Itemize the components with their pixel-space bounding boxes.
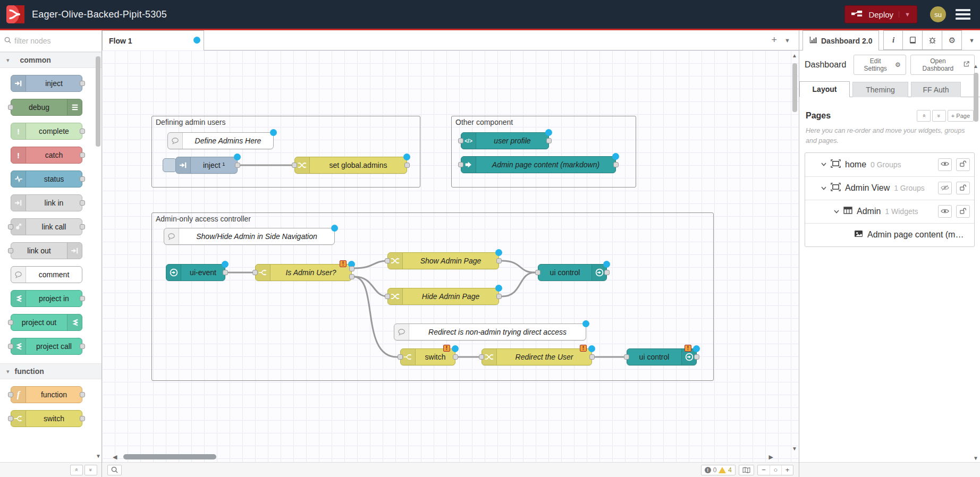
palette-search-input[interactable]	[14, 37, 83, 45]
scroll-up-arrow[interactable]: ▲	[973, 63, 979, 69]
palette-node-comment[interactable]: comment	[11, 266, 82, 283]
node-user-profile[interactable]: </> user profile	[461, 132, 549, 149]
main-menu-button[interactable]	[956, 9, 970, 20]
visibility-toggle-button[interactable]	[938, 205, 952, 218]
scroll-down-arrow[interactable]: ▼	[791, 446, 798, 452]
palette-search[interactable]	[0, 30, 102, 52]
palette-category-function[interactable]: ▾ function	[0, 363, 102, 379]
sidebar-scrollbar[interactable]: ▲ ▼	[973, 52, 979, 461]
add-page-button[interactable]: + Page	[948, 110, 974, 122]
node-admin-page-content[interactable]: Admin page content (markdown)	[461, 156, 616, 173]
palette-node-project-out[interactable]: project out	[11, 314, 82, 331]
node-switch[interactable]: ! switch	[400, 348, 455, 365]
inject-trigger-button[interactable]	[163, 158, 176, 172]
debug-tab-button[interactable]	[923, 30, 942, 50]
page-tree-item-home[interactable]: home 0 Groups	[805, 153, 974, 176]
palette-node-link-out[interactable]: link out	[11, 242, 82, 259]
scroll-up-arrow[interactable]: ▲	[791, 53, 798, 58]
deploy-options-caret[interactable]: ▼	[899, 11, 910, 18]
zoom-reset-button[interactable]: ○	[770, 465, 781, 475]
lock-toggle-button[interactable]	[956, 158, 970, 171]
palette-node-link-in[interactable]: link in	[11, 194, 82, 211]
tab-theming[interactable]: Theming	[852, 82, 908, 97]
palette-collapse-all-button[interactable]: »	[70, 465, 83, 475]
node-inject[interactable]: inject ¹	[175, 157, 238, 174]
sidebar-tabs-caret[interactable]: ▼	[964, 30, 980, 50]
info-tab-button[interactable]: i	[883, 30, 903, 50]
node-set-global-admins[interactable]: set global.admins	[294, 157, 407, 174]
gear-settings-tab-button[interactable]: ⚙	[942, 30, 962, 50]
chevron-down-icon[interactable]	[834, 210, 839, 214]
sidebar-scrollbar-thumb[interactable]	[974, 73, 978, 122]
chevron-down-icon[interactable]	[821, 163, 826, 166]
toggle-navigator-button[interactable]	[739, 465, 754, 475]
palette-node-catch[interactable]: ! catch	[11, 147, 82, 164]
tab-layout[interactable]: Layout	[799, 81, 850, 97]
comment-node-define-admins-here[interactable]: Define Admins Here	[167, 132, 274, 149]
open-dashboard-button[interactable]: Open Dashboard	[910, 55, 975, 75]
comment-node-redirect-non-admin[interactable]: Redirect is non-admin trying direct acce…	[394, 323, 586, 340]
visibility-toggle-button[interactable]	[938, 182, 952, 194]
help-tab-button[interactable]	[903, 30, 923, 50]
palette-expand-all-button[interactable]: »	[85, 465, 97, 475]
tab-flow-1[interactable]: Flow 1	[102, 30, 204, 50]
group-defining-admin-users[interactable]: Defining admin users	[151, 116, 420, 188]
tab-ff-auth[interactable]: FF Auth	[911, 82, 961, 97]
node-ui-control-1[interactable]: ui control	[538, 264, 607, 281]
circle-arrow-icon	[166, 265, 181, 280]
scroll-right-arrow[interactable]: ▶	[769, 454, 773, 461]
link-call-icon	[11, 219, 26, 235]
add-flow-button[interactable]: +	[772, 35, 778, 46]
zoom-out-button[interactable]: −	[758, 465, 770, 475]
user-avatar[interactable]: su	[930, 6, 946, 22]
palette-footer: » »	[0, 462, 102, 477]
lock-toggle-button[interactable]	[956, 205, 970, 218]
palette-node-project-call[interactable]: project call	[11, 338, 82, 355]
group-other-component[interactable]: Other component	[451, 116, 636, 188]
node-ui-event[interactable]: ui-event	[166, 264, 225, 281]
exclamation-icon: !	[11, 147, 26, 163]
node-hide-admin-page[interactable]: Hide Admin Page	[387, 288, 499, 305]
page-tree-item-admin-view[interactable]: Admin View 1 Groups	[805, 176, 974, 200]
palette-node-debug[interactable]: debug	[11, 99, 82, 116]
deploy-button[interactable]: Deploy ▼	[844, 5, 917, 23]
collapse-all-pages-button[interactable]: »	[917, 110, 931, 122]
comment-node-show-hide-admin[interactable]: Show/Hide Admin in Side Navigation	[164, 228, 335, 245]
zoom-in-button[interactable]: +	[781, 465, 793, 475]
widget-tree-item-admin-page-content[interactable]: Admin page content (m…	[805, 223, 974, 246]
palette-category-common[interactable]: ▾ common	[0, 52, 102, 68]
horizontal-scrollbar-thumb[interactable]	[123, 454, 216, 459]
scroll-left-arrow[interactable]: ◀	[113, 454, 117, 461]
canvas-vertical-scrollbar[interactable]: ▲ ▼	[791, 53, 798, 452]
flow-canvas[interactable]: Defining admin users Other component Adm…	[102, 50, 799, 462]
palette-node-project-in[interactable]: project in	[11, 290, 82, 307]
node-red-app: Eager-Olive-Backed-Pipit-5305 Deploy ▼ s…	[0, 0, 980, 477]
flow-list-caret[interactable]: ▼	[784, 37, 790, 44]
palette-node-function[interactable]: f function	[11, 386, 82, 403]
canvas-search-button[interactable]	[107, 465, 122, 475]
edit-settings-button[interactable]: Edit Settings ⚙	[854, 55, 906, 75]
visibility-toggle-button[interactable]	[938, 158, 952, 171]
palette-scroll-down-arrow[interactable]: ▼	[96, 453, 101, 459]
expand-all-pages-button[interactable]: »	[932, 110, 946, 122]
palette-node-complete[interactable]: ! complete	[11, 123, 82, 140]
lock-toggle-button[interactable]	[956, 182, 970, 194]
palette-scroll-area[interactable]: ▾ common inject debug	[0, 52, 102, 462]
palette-scrollbar-thumb[interactable]	[96, 56, 100, 147]
node-changed-dot	[452, 345, 459, 352]
chevron-down-icon[interactable]	[821, 186, 826, 190]
palette-node-link-call[interactable]: link call	[11, 218, 82, 235]
palette-node-switch[interactable]: switch	[11, 410, 82, 427]
scroll-down-arrow[interactable]: ▼	[973, 455, 979, 461]
tab-dashboard-2[interactable]: Dashboard 2.0	[802, 30, 879, 50]
node-ui-control-2[interactable]: ! ui control	[627, 348, 697, 365]
notifications-counts[interactable]: ! 0 4	[701, 465, 736, 475]
node-redirect-the-user[interactable]: ! Redirect the User	[481, 348, 592, 365]
canvas-horizontal-scrollbar[interactable]: ◀ ▶	[102, 454, 799, 461]
palette-node-inject[interactable]: inject	[11, 75, 82, 92]
node-show-admin-page[interactable]: Show Admin Page	[387, 252, 499, 269]
group-tree-item-admin[interactable]: Admin 1 Widgets	[805, 200, 974, 223]
vertical-scrollbar-thumb[interactable]	[792, 63, 797, 112]
palette-node-status[interactable]: status	[11, 171, 82, 188]
node-is-admin-user[interactable]: ! Is Admin User?	[255, 264, 352, 281]
